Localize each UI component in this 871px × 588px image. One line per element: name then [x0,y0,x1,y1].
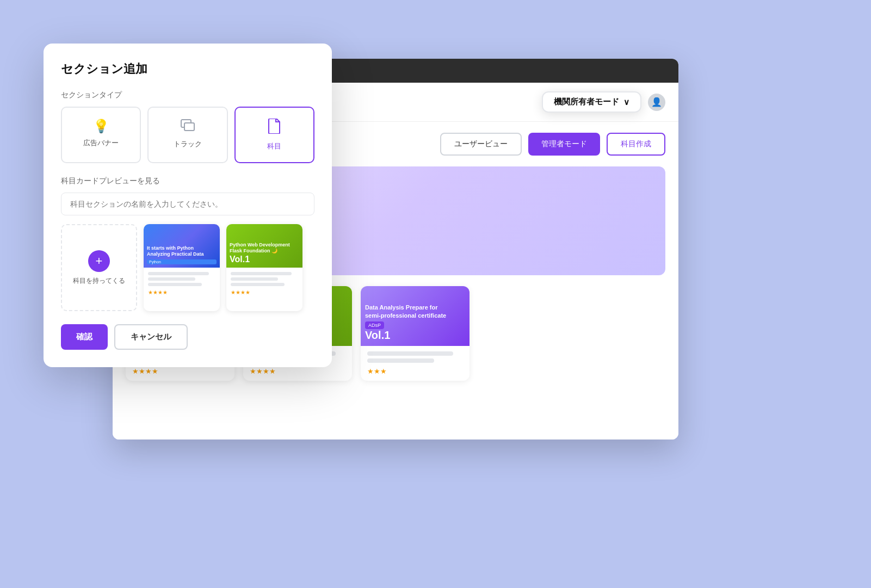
mini-title-python: It starts with PythonAnalyzing Practical… [147,245,217,258]
mini-line-p3 [148,283,202,286]
cards-preview: + 科目を持ってくる It starts with PythonAnalyzin… [61,224,314,311]
mini-thumbnail-python: It starts with PythonAnalyzing Practical… [144,224,220,268]
create-course-button[interactable]: 科目作成 [607,133,665,156]
section-type-track[interactable]: トラック [147,107,227,163]
mini-stars-python: ★★★★ [148,289,215,295]
modal-dialog: セクション追加 セクションタイプ 💡 広告バナー トラック 科目 [44,44,332,367]
mini-card-flask[interactable]: Python Web DevelopmentFlask Foundation 🌙… [226,224,302,311]
mini-title-flask: Python Web DevelopmentFlask Foundation 🌙 [230,242,299,255]
mini-stars-flask: ★★★★ [231,289,298,295]
admin-mode-button[interactable]: 管理者モード [528,133,600,156]
mini-line-f2 [231,277,278,281]
mini-lines-python [148,272,215,286]
mode-badge[interactable]: 機関所有者モード ∨ [542,91,641,113]
mini-lines-flask [231,272,298,286]
modal-title: セクション追加 [61,61,314,77]
track-icon [180,119,195,135]
add-course-button[interactable]: + 科目を持ってくる [61,224,137,311]
avatar: 👤 [648,94,665,111]
preview-label: 科目カードプレビューを見る [61,176,314,186]
vol-badge-data: Vol.1 [365,329,446,342]
course-card-data[interactable]: Data Analysis Prepare forsemi-profession… [361,286,470,381]
mode-label: 機関所有者モード [554,97,619,107]
stars-python: ★★★★ [132,367,228,375]
mini-card-python[interactable]: It starts with PythonAnalyzing Practical… [144,224,220,311]
mini-line-f1 [231,272,292,275]
section-type-label: セクションタイプ [61,90,314,100]
mini-body-python: ★★★★ [144,268,220,300]
user-view-button[interactable]: ユーザービュー [440,133,522,156]
ad-label: 広告バナー [83,138,119,148]
chevron-down-icon: ∨ [623,97,629,107]
badge-adsp: ADsP [365,321,384,329]
mini-line-p1 [148,272,209,275]
modal-footer: 確認 キャンセル [61,324,314,350]
cancel-button[interactable]: キャンセル [114,324,188,350]
mini-body-flask: ★★★★ [226,268,302,300]
section-type-grid: 💡 広告バナー トラック 科目 [61,107,314,163]
confirm-button[interactable]: 確認 [61,324,108,350]
section-type-course[interactable]: 科目 [234,107,314,163]
card-line-data-2 [367,358,434,363]
stars-data: ★★★ [367,367,463,375]
add-label: 科目を持ってくる [73,276,125,286]
card-text-lines-data [367,351,463,363]
mini-line-f3 [231,283,285,286]
section-name-input[interactable] [61,193,314,215]
mini-badge-python: Python [147,259,217,264]
card-thumbnail-data: Data Analysis Prepare forsemi-profession… [361,286,470,346]
add-circle-icon: + [88,250,110,272]
card-line-data-1 [367,351,453,356]
mini-vol-flask: Vol.1 [230,255,299,264]
svg-rect-1 [184,123,194,131]
track-label: トラック [174,139,202,149]
ad-icon: 💡 [93,119,109,134]
card-body-data: ★★★ [361,346,470,381]
mini-thumbnail-flask: Python Web DevelopmentFlask Foundation 🌙… [226,224,302,268]
mini-line-p2 [148,277,195,281]
course-icon [268,119,281,137]
card-title-data: Data Analysis Prepare forsemi-profession… [365,304,446,319]
section-type-ad[interactable]: 💡 広告バナー [61,107,141,163]
stars-flask: ★★★★ [250,367,345,375]
course-label: 科目 [267,141,281,151]
